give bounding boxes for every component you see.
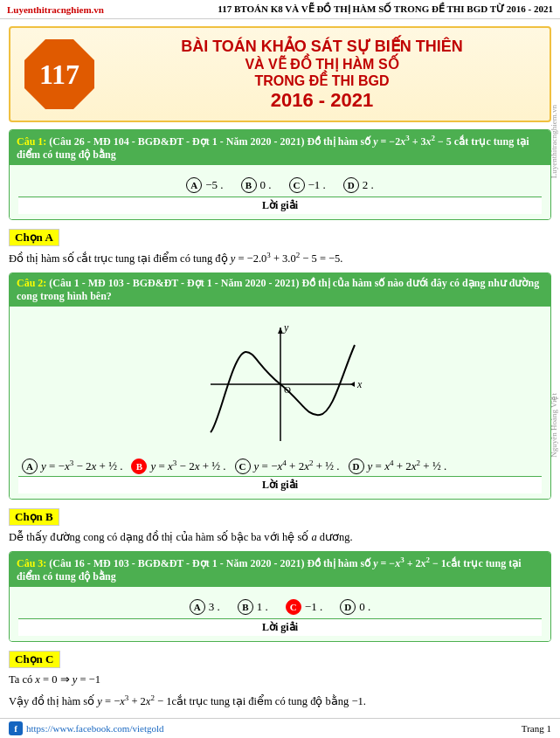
q2-option-d: D y = x4 + 2x2 + ½ .: [349, 459, 447, 474]
q2-val-b: y = x3 − 2x + ½ .: [150, 459, 225, 473]
q1-val-d: 2 .: [363, 178, 374, 192]
q2-val-d: y = x4 + 2x2 + ½ .: [368, 459, 447, 473]
svg-text:x: x: [356, 378, 363, 390]
q2-num: Câu 2:: [17, 277, 46, 289]
q2-circle-b: B: [131, 459, 147, 474]
q1-option-b: B 0 .: [241, 177, 272, 193]
q1-explain: Đồ thị hàm số cắt trục tung tại điểm có …: [9, 250, 551, 267]
side-watermark-1: Luyenthitracnghiem.vn: [550, 105, 558, 178]
q1-val-a: −5 .: [205, 178, 223, 192]
q2-circle-d: D: [349, 459, 364, 474]
q3-option-c: C −1 .: [286, 599, 322, 615]
q1-chon: Chọn A: [9, 229, 59, 246]
question-1-header: Câu 1: (Câu 26 - MĐ 104 - BGĐ&ĐT - Đợt 1…: [10, 130, 550, 165]
q3-circle-b: B: [238, 599, 253, 615]
q3-explain2: Vậy đồ thị hàm số y = −x3 + 2x2 − 1cắt t…: [9, 693, 551, 710]
q1-num: Câu 1:: [17, 135, 46, 148]
q1-circle-b: B: [241, 177, 257, 193]
q2-option-b: B y = x3 − 2x + ½ .: [131, 459, 225, 474]
q3-chon: Chọn C: [9, 651, 60, 668]
q1-option-d: D 2 .: [343, 177, 374, 193]
q2-chon: Chọn B: [9, 508, 59, 526]
q3-option-d: D 0 .: [340, 599, 370, 615]
hero-line2: VÀ VẼ ĐỒ THỊ HÀM SỐ: [108, 56, 536, 72]
q1-val-c: −1 .: [308, 178, 326, 192]
question-2-header: Câu 2: (Câu 1 - MĐ 103 - BGĐ&ĐT - Đợt 1 …: [10, 273, 550, 307]
q3-explain1: Ta có x = 0 ⇒ y = −1: [9, 672, 551, 688]
hero-line3: TRONG ĐỀ THI BGD: [108, 72, 536, 89]
header-title: 117 BTOÁN K8 VÀ VẼ ĐỒ THỊ HÀM SỐ TRONG Đ…: [218, 3, 553, 15]
q1-source: (Câu 26 - MĐ 104 - BGĐ&ĐT - Đợt 1 - Năm …: [49, 135, 307, 148]
side-watermark-2: Nguyên Hoàng Việt: [550, 393, 558, 458]
q1-circle-a: A: [186, 177, 202, 193]
q1-circle-c: C: [289, 177, 305, 193]
q3-circle-a: A: [190, 599, 205, 615]
q1-options: A −5 . B 0 . C −1 . D 2 .: [18, 174, 542, 197]
q3-options: A 3 . B 1 . C −1 . D 0 .: [18, 596, 542, 618]
q1-option-a: A −5 .: [186, 177, 223, 193]
q3-val-a: 3 .: [209, 600, 220, 614]
q2-circle-a: A: [22, 459, 38, 474]
q1-option-c: C −1 .: [289, 177, 326, 193]
hero-badge: 117: [24, 39, 94, 109]
top-header: Luyenthitracnghiem.vn 117 BTOÁN K8 VÀ VẼ…: [0, 0, 560, 19]
footer-fb-url: https://www.facebook.com/vietgold: [26, 723, 164, 734]
question-3-header: Câu 3: (Câu 16 - MĐ 103 - BGĐ&ĐT - Đợt 1…: [10, 552, 550, 587]
q2-option-c: C y = −x4 + 2x2 + ½ .: [235, 459, 340, 474]
q3-loi-giai-bar: Lời giải: [18, 618, 542, 636]
q2-circle-c: C: [235, 459, 251, 474]
q3-val-d: 0 .: [359, 600, 370, 614]
q3-source: (Câu 16 - MĐ 103 - BGĐ&ĐT - Đợt 1 - Năm …: [49, 557, 307, 569]
hero-section: 117 BÀI TOÁN KHẢO SÁT SỰ BIẾN THIÊN VÀ V…: [9, 26, 551, 122]
q2-body: x y O A y = −x3 − 2x + ½ . B y = x3 − 2x…: [10, 307, 550, 499]
q2-val-a: y = −x3 − 2x + ½ .: [41, 459, 122, 473]
q2-val-c: y = −x4 + 2x2 + ½ .: [254, 459, 340, 473]
site-left: Luyenthitracnghiem.vn: [7, 4, 104, 15]
q3-num: Câu 3:: [17, 557, 46, 569]
q1-val-b: 0 .: [260, 178, 272, 192]
q3-circle-d: D: [340, 599, 356, 615]
hero-year: 2016 - 2021: [108, 89, 536, 112]
svg-marker-3: [278, 328, 283, 334]
q1-circle-d: D: [343, 177, 359, 193]
svg-text:y: y: [283, 321, 289, 334]
q1-loi-giai-bar: Lời giải: [18, 197, 542, 214]
q2-svg: x y O: [193, 319, 368, 450]
q2-option-a: A y = −x3 − 2x + ½ .: [22, 459, 122, 474]
footer-page: Trang 1: [522, 723, 551, 734]
footer: f https://www.facebook.com/vietgold Tran…: [0, 718, 560, 738]
q2-loi-giai-bar: Lời giải: [18, 476, 542, 493]
facebook-icon: f: [9, 721, 23, 735]
q2-source: (Câu 1 - MĐ 103 - BGĐ&ĐT - Đợt 1 - Năm 2…: [49, 277, 301, 289]
hero-line1: BÀI TOÁN KHẢO SÁT SỰ BIẾN THIÊN: [108, 37, 536, 56]
q3-val-b: 1 .: [257, 600, 268, 614]
question-3: Câu 3: (Câu 16 - MĐ 103 - BGĐ&ĐT - Đợt 1…: [9, 551, 551, 642]
q3-option-b: B 1 .: [238, 599, 268, 615]
q3-body: A 3 . B 1 . C −1 . D 0 . Lời giải: [10, 587, 550, 641]
hero-text: BÀI TOÁN KHẢO SÁT SỰ BIẾN THIÊN VÀ VẼ ĐỒ…: [108, 37, 536, 112]
question-1: Câu 1: (Câu 26 - MĐ 104 - BGĐ&ĐT - Đợt 1…: [9, 129, 551, 220]
q1-body: A −5 . B 0 . C −1 . D 2 . Lời giải: [10, 165, 550, 219]
q2-options: A y = −x3 − 2x + ½ . B y = x3 − 2x + ½ .…: [18, 457, 542, 476]
svg-marker-2: [350, 382, 355, 387]
q2-graph: x y O: [18, 319, 542, 450]
q3-val-c: −1 .: [305, 600, 322, 614]
q3-option-a: A 3 .: [190, 599, 220, 615]
question-2: Câu 2: (Câu 1 - MĐ 103 - BGĐ&ĐT - Đợt 1 …: [9, 272, 551, 500]
q2-explain: Dễ thấy đường cong có dạng đồ thị của hà…: [9, 529, 551, 546]
footer-fb[interactable]: f https://www.facebook.com/vietgold: [9, 721, 164, 735]
q3-circle-c: C: [286, 599, 301, 615]
